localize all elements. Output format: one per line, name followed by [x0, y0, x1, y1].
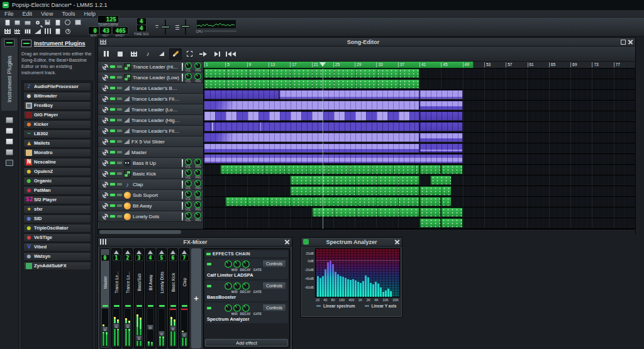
- close-button[interactable]: [628, 39, 633, 45]
- channel-label[interactable]: Lonely Dots: [160, 261, 164, 304]
- track-row[interactable]: Bass It Up VOL PAN: [98, 158, 203, 169]
- track-row[interactable]: Trance Leader's Filter ... VOL PAN: [98, 126, 203, 136]
- my-presets-icon[interactable]: [6, 138, 13, 145]
- send-arrow-icon[interactable]: [136, 250, 142, 254]
- track-mute-led[interactable]: [110, 119, 115, 121]
- track-solo-led[interactable]: [117, 87, 122, 89]
- effect-slot[interactable]: Controls W/D DECAY GATE BassBooster: [205, 280, 288, 301]
- pattern-segment[interactable]: [279, 90, 419, 99]
- controller-rack-button[interactable]: [63, 27, 72, 35]
- export-project-button[interactable]: [53, 18, 62, 26]
- track-name[interactable]: Clap: [133, 182, 180, 187]
- plugin-item[interactable]: ▦ FreeBoy: [23, 101, 91, 110]
- volume-knob[interactable]: [185, 158, 192, 165]
- volume-knob[interactable]: [185, 73, 192, 80]
- track-mute-led[interactable]: [110, 204, 115, 207]
- pattern-segment[interactable]: [419, 101, 463, 110]
- pattern-segment[interactable]: [204, 101, 419, 110]
- fader-handle[interactable]: [136, 335, 142, 341]
- fader-handle[interactable]: [181, 332, 187, 338]
- track-name[interactable]: Trance Leader (Low)'s ...: [131, 107, 180, 113]
- decay-knob[interactable]: [233, 304, 241, 312]
- track-settings-icon[interactable]: [103, 118, 108, 123]
- track-grip[interactable]: [99, 138, 101, 146]
- track-row[interactable]: Trance Leader's Filter ... VOL PAN: [98, 94, 203, 104]
- mixer-channel[interactable]: 7 Clap: [179, 248, 189, 348]
- plugin-item[interactable]: ● OpulenZ: [23, 167, 91, 176]
- track-settings-icon[interactable]: [103, 182, 108, 187]
- track-settings-icon[interactable]: [103, 75, 108, 80]
- song-editor-hscrollbar[interactable]: [98, 229, 635, 235]
- wet-dry-knob[interactable]: [225, 260, 232, 268]
- send-arrow-icon[interactable]: [159, 250, 164, 254]
- effect-enable-led[interactable]: [207, 307, 211, 309]
- channel-fader[interactable]: [124, 308, 131, 347]
- volume-knob[interactable]: [185, 191, 192, 197]
- volume-knob[interactable]: [185, 201, 192, 208]
- menu-item[interactable]: View: [36, 11, 57, 17]
- track-lane[interactable]: [204, 69, 635, 79]
- track-row[interactable]: Trance Leader's Band... VOL PAN: [98, 83, 203, 94]
- pattern-segment[interactable]: [204, 122, 419, 131]
- track-settings-icon[interactable]: [103, 128, 108, 134]
- spectrum-titlebar[interactable]: Spectrum Analyzer: [301, 238, 402, 247]
- mixer-channel[interactable]: 5 Lonely Dots: [157, 248, 167, 348]
- plugin-item[interactable]: ZynAddSubFX: [23, 262, 91, 270]
- pan-knob[interactable]: [194, 73, 201, 80]
- track-lane[interactable]: [204, 111, 635, 122]
- metronome-button[interactable]: [73, 18, 82, 26]
- controls-button[interactable]: Controls: [262, 282, 286, 290]
- track-settings-icon[interactable]: [103, 150, 108, 155]
- channel-fader[interactable]: [169, 308, 177, 347]
- track-settings-icon[interactable]: [103, 96, 108, 102]
- channel-label[interactable]: Clap: [182, 261, 187, 304]
- add-bb-track-button[interactable]: [128, 48, 140, 60]
- pattern-segment[interactable]: [204, 143, 419, 153]
- open-recent-button[interactable]: [23, 18, 32, 26]
- track-row[interactable]: FX 5 Vol Slider VOL PAN: [98, 136, 203, 147]
- automation-editor-button[interactable]: [33, 27, 42, 35]
- pattern-segment[interactable]: [312, 208, 420, 217]
- channel-label[interactable]: Basic Kick: [171, 261, 175, 304]
- volume-knob[interactable]: [185, 62, 192, 69]
- track-mute-led[interactable]: [110, 97, 115, 100]
- channel-mute-led[interactable]: [170, 305, 176, 307]
- send-arrow-icon[interactable]: [125, 250, 130, 254]
- track-lane[interactable]: [204, 90, 635, 101]
- track-solo-led[interactable]: [117, 76, 122, 79]
- pattern-segment[interactable]: [204, 79, 419, 89]
- track-mute-led[interactable]: [110, 65, 115, 68]
- pan-knob[interactable]: [194, 212, 201, 219]
- effect-enable-led[interactable]: [207, 285, 211, 287]
- track-settings-icon[interactable]: [103, 171, 108, 177]
- track-grip[interactable]: [99, 116, 101, 125]
- track-lane[interactable]: [204, 133, 635, 143]
- track-mute-led[interactable]: [110, 183, 115, 186]
- track-name[interactable]: Trance Leader (High)'s...: [131, 118, 180, 123]
- track-grip[interactable]: [99, 170, 101, 178]
- volume-knob[interactable]: [185, 180, 192, 187]
- channel-fader[interactable]: [158, 308, 165, 347]
- channel-label[interactable]: Bass/Sub: [137, 261, 142, 304]
- track-settings-icon[interactable]: [103, 107, 108, 113]
- track-grip[interactable]: [99, 84, 101, 92]
- controls-button[interactable]: Controls: [262, 260, 286, 268]
- track-solo-led[interactable]: [117, 151, 122, 153]
- bb-editor-button[interactable]: [13, 27, 22, 35]
- volume-knob[interactable]: [185, 212, 192, 219]
- mixer-channel[interactable]: 2 Trance Le...: [123, 248, 133, 348]
- track-name[interactable]: Bass It Up: [133, 160, 180, 166]
- send-arrow-icon[interactable]: [182, 250, 187, 254]
- track-row[interactable]: Bit Away VOL PAN: [98, 201, 203, 211]
- fader-handle[interactable]: [170, 326, 176, 331]
- track-grip[interactable]: [99, 63, 101, 71]
- send-arrow-icon[interactable]: [114, 250, 119, 254]
- timesig-denominator-lcd[interactable]: 4: [137, 25, 146, 31]
- track-mute-led[interactable]: [110, 140, 115, 143]
- fx-mixer-titlebar[interactable]: FX-Mixer: [98, 238, 292, 247]
- track-settings-icon[interactable]: [103, 192, 108, 198]
- track-solo-led[interactable]: [117, 65, 122, 68]
- menu-item[interactable]: Edit: [18, 11, 37, 17]
- plugin-item[interactable]: ● BitInvader: [23, 92, 91, 101]
- fader-handle[interactable]: [158, 331, 165, 336]
